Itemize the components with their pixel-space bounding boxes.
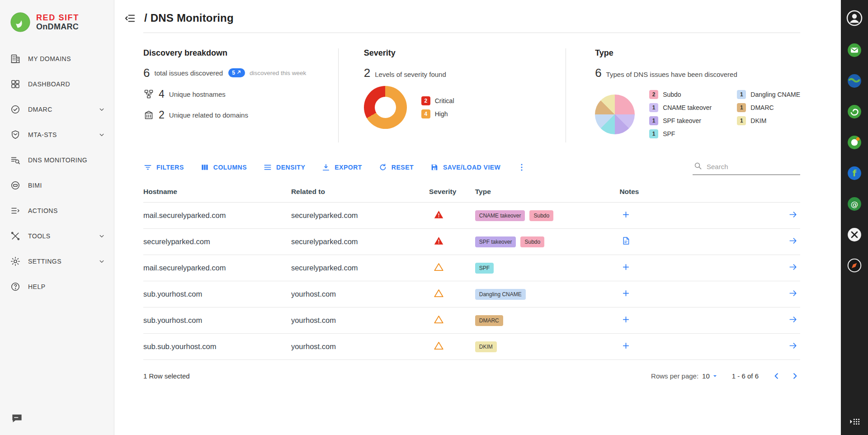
add-note-button[interactable] bbox=[619, 315, 631, 324]
table-row[interactable]: mail.securelyparked.com securelyparked.c… bbox=[143, 203, 800, 229]
add-note-button[interactable] bbox=[619, 341, 631, 350]
mta-sts-icon bbox=[10, 129, 21, 140]
sidebar-item-actions[interactable]: ACTIONS bbox=[0, 198, 114, 223]
type-chip: Subdo bbox=[520, 236, 544, 247]
rows-per-page-select[interactable]: 10 bbox=[702, 372, 719, 380]
notes-cell bbox=[619, 334, 770, 360]
rail-app-ondmarc-green-icon[interactable] bbox=[846, 42, 863, 59]
columns-button[interactable]: COLUMNS bbox=[200, 163, 247, 172]
table-toolbar: FILTERS COLUMNS DENSITY EXPORT RESET SAV… bbox=[114, 152, 841, 179]
density-button[interactable]: DENSITY bbox=[263, 163, 305, 172]
sidebar-item-label: MTA-STS bbox=[28, 131, 57, 138]
svg-text:@: @ bbox=[851, 200, 859, 208]
add-note-button[interactable] bbox=[619, 210, 631, 219]
column-header-notes[interactable]: Notes bbox=[619, 180, 770, 203]
next-page-button[interactable] bbox=[790, 371, 800, 381]
sidebar-item-dmarc[interactable]: DMARC bbox=[0, 97, 114, 122]
related-to-cell: securelyparked.com bbox=[291, 203, 429, 229]
page-title: / DNS Monitoring bbox=[144, 12, 234, 24]
column-header-severity[interactable]: Severity bbox=[429, 180, 475, 203]
open-row-arrow-icon[interactable] bbox=[788, 288, 798, 298]
dns-monitoring-icon bbox=[10, 155, 21, 165]
rail-app-tools-white-icon[interactable] bbox=[846, 226, 863, 243]
sidebar-item-my-domains[interactable]: MY DOMAINS bbox=[0, 46, 114, 71]
rail-app-green-dot-icon[interactable] bbox=[846, 134, 863, 151]
table-row[interactable]: mail.securelyparked.com securelyparked.c… bbox=[143, 255, 800, 281]
open-row-arrow-icon[interactable] bbox=[788, 209, 798, 220]
sidebar-item-dns-monitoring[interactable]: DNS MONITORING bbox=[0, 147, 114, 173]
note-icon[interactable] bbox=[619, 236, 631, 246]
saveload-button[interactable]: SAVE/LOAD VIEW bbox=[430, 163, 500, 172]
sidebar-menu: MY DOMAINS DASHBOARD DMARC MTA-STS DNS M… bbox=[0, 46, 114, 299]
sidebar-item-help[interactable]: HELP bbox=[0, 274, 114, 299]
column-header-related-to[interactable]: Related to bbox=[291, 180, 429, 203]
column-header-hostname[interactable]: Hostname bbox=[143, 180, 291, 203]
add-note-button[interactable] bbox=[619, 262, 631, 272]
brand-line1: RED SIFT bbox=[36, 13, 79, 22]
hostname-cell: mail.securelyparked.com bbox=[143, 203, 291, 229]
hostnames-icon bbox=[143, 89, 154, 99]
sidebar-item-tools[interactable]: TOOLS bbox=[0, 223, 114, 249]
saveload-button-label: SAVE/LOAD VIEW bbox=[443, 164, 500, 171]
filters-button-label: FILTERS bbox=[156, 164, 184, 171]
column-header-type[interactable]: Type bbox=[475, 180, 620, 203]
legend-label: DKIM bbox=[750, 117, 766, 124]
severity-card: Severity 2 Levels of severity found 2 Cr… bbox=[339, 48, 566, 142]
profile-icon[interactable] bbox=[845, 9, 863, 27]
type-count: 6 bbox=[595, 67, 601, 79]
apps-grid-icon[interactable] bbox=[849, 416, 861, 428]
main-content: / DNS Monitoring Discovery breakdown 6 t… bbox=[114, 0, 841, 435]
search-icon bbox=[693, 161, 702, 172]
type-cell: DKIM bbox=[475, 334, 620, 360]
hostname-cell: securelyparked.com bbox=[143, 229, 291, 255]
rail-app-compass-dark-icon[interactable] bbox=[846, 257, 863, 274]
rail-app-green-swirl-icon[interactable] bbox=[846, 103, 863, 120]
type-cell: DMARC bbox=[475, 307, 620, 334]
rail-app-f-blue-icon[interactable]: f bbox=[846, 165, 863, 182]
rows-per-page-label: Rows per page: bbox=[651, 372, 698, 380]
app-root: RED SIFT OnDMARC MY DOMAINS DASHBOARD DM… bbox=[0, 0, 868, 435]
type-chip: CNAME takeover bbox=[475, 210, 525, 221]
columns-icon bbox=[200, 163, 209, 172]
legend-count-badge: 1 bbox=[737, 90, 746, 99]
sidebar-item-label: DNS MONITORING bbox=[28, 156, 87, 164]
rail-app-globe-blue-icon[interactable] bbox=[846, 72, 863, 90]
chat-icon[interactable] bbox=[11, 412, 23, 424]
table-row[interactable]: sub.yourhost.com yourhost.com Dangling C… bbox=[143, 281, 800, 307]
rail-app-green-at-icon[interactable]: @ bbox=[846, 195, 863, 213]
reset-icon bbox=[378, 163, 387, 172]
sidebar-item-mta-sts[interactable]: MTA-STS bbox=[0, 122, 114, 147]
open-row-arrow-icon[interactable] bbox=[788, 262, 798, 272]
legend-label: Dangling CNAME bbox=[750, 91, 800, 98]
sidebar-item-dashboard[interactable]: DASHBOARD bbox=[0, 71, 114, 97]
open-row-arrow-icon[interactable] bbox=[788, 236, 798, 246]
type-legend-item: 1 DKIM bbox=[737, 116, 800, 125]
table-row[interactable]: sub.sub.yourhost.com yourhost.com DKIM bbox=[143, 334, 800, 360]
severity-count-label: Levels of severity found bbox=[375, 71, 446, 78]
severity-high-icon bbox=[429, 288, 444, 298]
legend-count-badge: 4 bbox=[421, 109, 430, 118]
sidebar-item-label: BIMI bbox=[28, 182, 42, 189]
density-button-label: DENSITY bbox=[276, 164, 305, 171]
type-legend-item: 1 CNAME takeover bbox=[649, 103, 712, 112]
severity-high-icon bbox=[429, 262, 444, 272]
filters-button[interactable]: FILTERS bbox=[143, 163, 184, 172]
sidebar-item-settings[interactable]: SETTINGS bbox=[0, 249, 114, 274]
open-row-arrow-icon[interactable] bbox=[788, 314, 798, 325]
export-icon bbox=[321, 163, 330, 172]
reset-button[interactable]: RESET bbox=[378, 163, 414, 172]
more-options-button[interactable] bbox=[517, 162, 527, 172]
table-row[interactable]: sub.yourhost.com yourhost.com DMARC bbox=[143, 307, 800, 334]
collapse-menu-icon[interactable] bbox=[124, 12, 136, 24]
export-button[interactable]: EXPORT bbox=[321, 163, 362, 172]
unique-hostnames-count: 4 bbox=[159, 89, 165, 99]
add-note-button[interactable] bbox=[619, 288, 631, 298]
search-input[interactable] bbox=[706, 162, 799, 171]
sidebar-item-bimi[interactable]: BIMI bbox=[0, 173, 114, 198]
open-row-arrow-icon[interactable] bbox=[788, 340, 798, 351]
type-card: Type 6 Types of DNS issues have been dis… bbox=[566, 48, 800, 142]
table-row[interactable]: securelyparked.com securelyparked.com SP… bbox=[143, 229, 800, 255]
legend-count-badge: 1 bbox=[649, 129, 658, 138]
previous-page-button[interactable] bbox=[771, 371, 782, 381]
chevron-down-icon bbox=[98, 257, 106, 265]
